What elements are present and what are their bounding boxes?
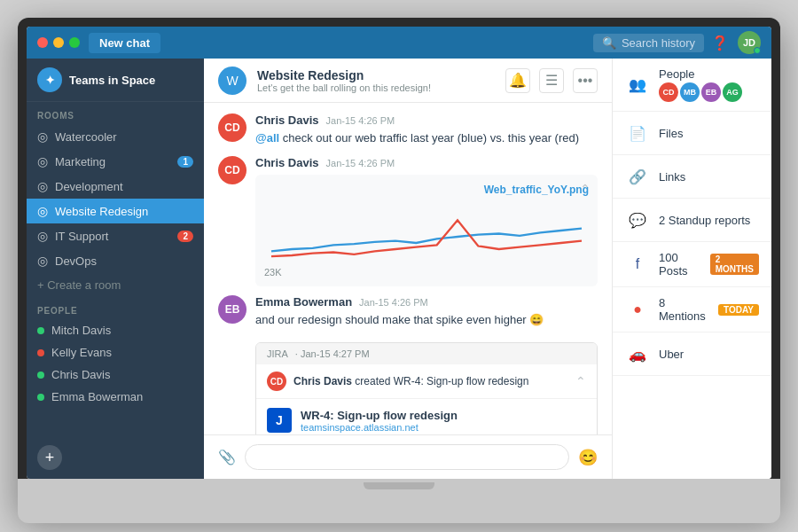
rp-standup-label: 2 Standup reports (659, 214, 750, 227)
message-content: Emma Bowerman Jan-15 4:26 PM and our red… (255, 295, 598, 329)
maximize-button[interactable] (69, 37, 80, 48)
chat-input[interactable] (245, 444, 569, 470)
sidebar-item-development[interactable]: ◎ Development (27, 174, 204, 199)
laptop-frame: New chat 🔍 Search history ❓ JD ✦ Teams i… (18, 18, 780, 514)
create-room-button[interactable]: + Create a room (27, 273, 204, 297)
new-chat-button[interactable]: New chat (89, 33, 160, 53)
presence-indicator (37, 372, 44, 379)
chat-header: W Website Redesign Let's get the ball ro… (204, 59, 612, 103)
message-content: Chris Davis Jan-15 4:26 PM @all check ou… (255, 113, 598, 147)
jira-issue-title: WR-4: Sign-up flow redesign (301, 409, 458, 422)
traffic-lights (37, 37, 80, 48)
message-meta: Chris Davis Jan-15 4:26 PM (255, 156, 598, 169)
sidebar-item-marketing[interactable]: ◎ Marketing 1 (27, 149, 204, 174)
person-name: Chris Davis (51, 368, 110, 381)
jira-user-row: CD Chris Davis created WR-4: Sign-up flo… (256, 364, 597, 399)
sidebar-bottom: + (27, 436, 204, 479)
room-icon: ◎ (37, 204, 48, 218)
sidebar-person-chris[interactable]: Chris Davis (27, 364, 204, 386)
message-meta: Emma Bowerman Jan-15 4:26 PM (255, 295, 598, 309)
rp-people[interactable]: 👥 People CD MB EB AG (613, 59, 771, 112)
add-button[interactable]: + (37, 445, 62, 470)
sidebar-item-label: Website Redesign (55, 205, 193, 218)
mention-tag: @all (255, 131, 279, 145)
chart-title: Web_traffic_YoY.png (264, 184, 589, 196)
sidebar-header: ✦ Teams in Space (27, 59, 204, 102)
sidebar: ✦ Teams in Space ROOMS ◎ Watercooler ◎ M… (27, 59, 204, 479)
chart-attachment: Web_traffic_YoY.png 23K ⌃ (255, 175, 598, 286)
chat-input-area: 📎 😊 (204, 434, 612, 479)
jira-source-label: JIRA (267, 348, 288, 359)
presence-indicator (37, 349, 44, 356)
online-indicator (754, 47, 761, 54)
sender-name: Chris Davis (255, 156, 319, 169)
sidebar-item-website-redesign[interactable]: ◎ Website Redesign (27, 199, 204, 223)
sidebar-item-label: Marketing (55, 155, 170, 168)
right-panel: 👥 People CD MB EB AG 📄 Files (612, 59, 771, 479)
sidebar-person-mitch[interactable]: Mitch Davis (27, 319, 204, 341)
unread-badge: 2 (177, 231, 193, 242)
avatar: EB (218, 295, 246, 324)
sidebar-title: Teams in Space (69, 74, 155, 87)
messages-area: CD Chris Davis Jan-15 4:26 PM @all check… (204, 103, 612, 434)
rp-avatars: CD MB EB AG (659, 82, 742, 102)
rp-standup[interactable]: 💬 2 Standup reports (613, 199, 771, 242)
room-icon: ◎ (37, 129, 48, 144)
rp-links[interactable]: 🔗 Links (613, 155, 771, 199)
sidebar-person-kelly[interactable]: Kelly Evans (27, 341, 204, 364)
close-button[interactable] (37, 37, 48, 48)
rp-files[interactable]: 📄 Files (613, 112, 771, 155)
files-icon: 📄 (625, 121, 650, 145)
message-text: @all check out our web traffic last year… (255, 129, 598, 147)
person-name: Emma Bowerman (51, 390, 143, 403)
main-layout: ✦ Teams in Space ROOMS ◎ Watercooler ◎ M… (27, 59, 771, 479)
laptop-notch (364, 482, 434, 489)
jira-action-text: Chris Davis created WR-4: Sign-up flow r… (293, 375, 568, 387)
jira-issue-link[interactable]: teamsinspace.atlassian.net (301, 422, 458, 433)
posts-period-badge: 2 MONTHS (710, 254, 759, 275)
list-icon[interactable]: ☰ (539, 68, 564, 93)
user-avatar-title[interactable]: JD (738, 31, 761, 54)
sidebar-item-label: DevOps (55, 254, 193, 268)
room-icon: ◎ (37, 229, 48, 243)
expand-icon[interactable]: ⌃ (580, 182, 591, 196)
rp-uber-label: Uber (659, 348, 684, 361)
sender-name: Emma Bowerman (255, 295, 352, 309)
chat-area: W Website Redesign Let's get the ball ro… (204, 59, 612, 479)
presence-indicator (37, 394, 44, 401)
sidebar-item-label: IT Support (55, 230, 170, 243)
more-icon[interactable]: ••• (573, 68, 598, 93)
search-history-box[interactable]: 🔍 Search history (593, 34, 704, 52)
room-icon: ◎ (37, 154, 48, 168)
emoji-icon[interactable]: 😊 (578, 448, 598, 467)
links-icon: 🔗 (625, 164, 650, 189)
message-time: Jan-15 4:26 PM (359, 297, 428, 308)
rp-people-content: People CD MB EB AG (659, 67, 742, 102)
rp-posts[interactable]: f 100 Posts 2 MONTHS (613, 242, 771, 287)
chat-header-info: Website Redesign Let's get the ball roll… (257, 68, 495, 93)
channel-subtitle: Let's get the ball rolling on this redes… (257, 82, 495, 93)
message-time: Jan-15 4:26 PM (326, 115, 395, 126)
sidebar-item-label: Watercooler (55, 130, 193, 144)
sidebar-item-it-support[interactable]: ◎ IT Support 2 (27, 223, 204, 248)
help-icon[interactable]: ❓ (711, 35, 729, 51)
avatar: CD (218, 113, 246, 142)
bell-icon[interactable]: 🔔 (505, 68, 530, 93)
attach-icon[interactable]: 📎 (218, 449, 236, 466)
rp-uber[interactable]: 🚗 Uber (613, 332, 771, 376)
people-icon: 👥 (625, 73, 650, 98)
sidebar-item-watercooler[interactable]: ◎ Watercooler (27, 124, 204, 149)
collapse-icon[interactable]: ⌃ (575, 374, 586, 388)
sidebar-item-devops[interactable]: ◎ DevOps (27, 248, 204, 273)
jira-logo-icon: J (267, 408, 292, 433)
standup-icon: 💬 (625, 207, 650, 232)
sidebar-person-emma[interactable]: Emma Bowerman (27, 386, 204, 408)
message-text: and our redesign should make that spike … (255, 311, 598, 329)
person-avatar: MB (680, 82, 700, 102)
presence-indicator (37, 327, 44, 334)
rp-mentions[interactable]: ● 8 Mentions TODAY (613, 287, 771, 332)
message-time: Jan-15 4:26 PM (326, 158, 395, 168)
minimize-button[interactable] (53, 37, 64, 48)
people-section-label: PEOPLE (27, 297, 204, 319)
message-body: check out our web traffic last year (blu… (283, 131, 579, 145)
